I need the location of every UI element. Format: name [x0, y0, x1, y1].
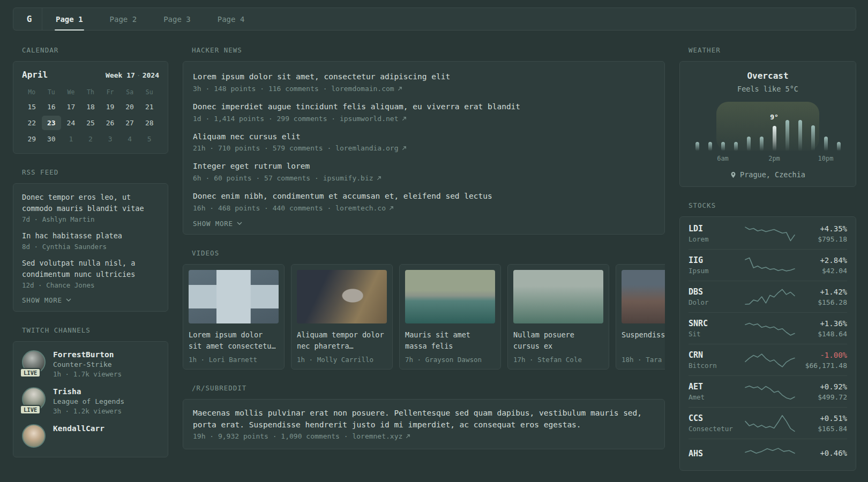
hacker-news-card: Lorem ipsum dolor sit amet, consectetur … [183, 61, 665, 235]
stock-row[interactable]: LDILorem +4.35%$795.18 [689, 218, 847, 249]
rss-item-meta: 8d · Cynthia Saunders [22, 243, 159, 251]
reddit-post[interactable]: Maecenas mollis pulvinar erat non posuer… [193, 408, 655, 441]
rss-item-title[interactable]: In hac habitasse platea [22, 230, 159, 242]
rss-item-meta: 12d · Chance Jones [22, 281, 159, 289]
hn-story[interactable]: Aliquam nec cursus elit 21h · 710 points… [193, 127, 655, 157]
stock-row[interactable]: SNRCSit +1.36%$148.64 [689, 312, 847, 344]
stock-price: $66,171.48 [795, 362, 847, 370]
weather-hourly-chart: 9° [691, 102, 845, 151]
time-label: 2pm [768, 155, 780, 162]
hn-story-meta[interactable]: 6h · 60 points · 57 comments · ipsumify.… [193, 174, 655, 182]
rss-item[interactable]: Sed volutpat nulla nisl, a condimentum n… [22, 258, 159, 289]
weather-bar [708, 142, 712, 151]
twitch-channel[interactable]: LIVE ForrestBurton Counter-Strike 1h · 1… [22, 350, 159, 378]
hn-story[interactable]: Donec enim nibh, condimentum et accumsan… [193, 186, 655, 216]
stock-row[interactable]: DBSDolor +1.42%$156.28 [689, 281, 847, 312]
twitch-card: LIVE ForrestBurton Counter-Strike 1h · 1… [13, 341, 168, 457]
calendar-day: 30 [42, 132, 62, 146]
hn-story[interactable]: Integer eget rutrum lorem 6h · 60 points… [193, 156, 655, 186]
calendar-day: 16 [42, 100, 62, 114]
video-title[interactable]: Aliquam tempor dolor nec pharetra… [297, 329, 387, 352]
video-meta: 7h · Grayson Dawson [405, 356, 495, 364]
stock-row[interactable]: IIGIpsum +2.84%$42.04 [689, 249, 847, 281]
hn-story-title[interactable]: Donec imperdiet augue tincidunt felis al… [193, 101, 655, 113]
hn-story-meta[interactable]: 21h · 710 points · 579 comments · loreml… [193, 144, 655, 152]
hn-story[interactable]: Donec imperdiet augue tincidunt felis al… [193, 97, 655, 127]
rss-item[interactable]: In hac habitasse platea 8d · Cynthia Sau… [22, 230, 159, 251]
tab-page-3[interactable]: Page 3 [158, 8, 197, 30]
hn-story-meta-text: 6h · 60 points · 57 comments · ipsumify.… [193, 174, 373, 182]
stock-name: Sit [689, 330, 745, 338]
stock-row[interactable]: AHS +0.46% [689, 439, 847, 469]
stock-name: Amet [689, 393, 745, 401]
calendar-section: CALENDAR April Week 17·2024 Mo Tu We Th … [13, 46, 168, 154]
video-card[interactable]: Mauris sit amet massa felis 7h · Grayson… [399, 264, 501, 370]
hn-story-title[interactable]: Lorem ipsum dolor sit amet, consectetur … [193, 71, 655, 83]
tab-page-2[interactable]: Page 2 [104, 8, 143, 30]
hn-story-meta[interactable]: 16h · 468 points · 440 comments · loremt… [193, 204, 655, 212]
stock-row[interactable]: CRNBitcorn -1.00%$66,171.48 [689, 344, 847, 375]
hn-story[interactable]: Lorem ipsum dolor sit amet, consectetur … [193, 67, 655, 97]
video-title[interactable]: Suspendisse diam [622, 329, 665, 352]
calendar-day: 26 [100, 116, 120, 130]
calendar-day: 20 [120, 100, 140, 114]
video-thumbnail[interactable] [622, 270, 665, 323]
stock-sparkline [745, 319, 795, 337]
hn-story-meta[interactable]: 1d · 1,414 points · 299 comments · ipsum… [193, 115, 655, 123]
channel-info: Trisha League of Legends 3h · 1.2k viewe… [53, 387, 124, 415]
tab-page-1[interactable]: Page 1 [50, 8, 89, 30]
channel-name[interactable]: Trisha [53, 387, 124, 396]
app-logo[interactable]: G [17, 8, 42, 30]
rss-item-title[interactable]: Donec tempor eros leo, ut commodo mauris… [22, 192, 159, 214]
hn-story-meta[interactable]: 3h · 148 points · 116 comments · loremdo… [193, 85, 655, 93]
video-thumbnail[interactable] [297, 270, 387, 323]
stock-sparkline [745, 224, 795, 243]
video-card[interactable]: Suspendisse diam 18h · Tara [616, 264, 665, 370]
hn-story-title[interactable]: Donec enim nibh, condimentum et accumsan… [193, 191, 655, 202]
stock-symbol: AHS [689, 449, 745, 458]
video-title[interactable]: Lorem ipsum dolor sit amet consectetu… [189, 329, 279, 352]
video-meta: 1h · Molly Carrillo [297, 356, 387, 364]
tab-page-4[interactable]: Page 4 [212, 8, 251, 30]
stock-row[interactable]: CCSConsectetur +0.51%$165.84 [689, 407, 847, 439]
weather-bar [721, 142, 725, 151]
calendar-day: 29 [22, 132, 42, 146]
location-pin-icon [730, 171, 736, 178]
dashboard-page: G Page 1 Page 2 Page 3 Page 4 CALENDAR A… [0, 0, 868, 482]
stock-row[interactable]: AETAmet +0.92%$499.72 [689, 375, 847, 407]
stock-name: Bitcorn [689, 362, 745, 370]
weekday-label: We [61, 86, 81, 98]
video-thumbnail[interactable] [513, 270, 603, 323]
video-card[interactable]: Aliquam tempor dolor nec pharetra… 1h · … [291, 264, 393, 370]
stock-price: $42.04 [795, 267, 847, 275]
hn-show-more-button[interactable]: SHOW MORE [193, 220, 655, 228]
reddit-post-title[interactable]: Maecenas mollis pulvinar erat non posuer… [193, 408, 655, 431]
calendar-month: April [22, 70, 48, 80]
video-title[interactable]: Nullam posuere cursus ex [513, 329, 603, 352]
reddit-post-meta[interactable]: 19h · 9,932 points · 1,090 comments · lo… [193, 432, 655, 440]
stocks-section: STOCKS LDILorem +4.35%$795.18 IIGIpsum +… [679, 201, 856, 471]
column-right: WEATHER Overcast Feels like 5°C 9° 6am2p… [679, 46, 856, 482]
subreddit-card: Maecenas mollis pulvinar erat non posuer… [183, 399, 665, 450]
channel-name[interactable]: ForrestBurton [53, 350, 122, 359]
twitch-channel[interactable]: KendallCarr [22, 424, 159, 448]
channel-viewers: 1h · 1.7k viewers [53, 370, 122, 378]
video-card[interactable]: Nullam posuere cursus ex 17h · Stefan Co… [507, 264, 609, 370]
video-thumbnail[interactable] [405, 270, 495, 323]
calendar-day: 28 [139, 116, 159, 130]
rss-item-title[interactable]: Sed volutpat nulla nisl, a condimentum n… [22, 258, 159, 280]
hn-story-title[interactable]: Integer eget rutrum lorem [193, 161, 655, 172]
video-title[interactable]: Mauris sit amet massa felis [405, 329, 495, 352]
calendar-day: 15 [22, 100, 42, 114]
video-thumbnail[interactable] [189, 270, 279, 323]
video-card[interactable]: Lorem ipsum dolor sit amet consectetu… 1… [183, 264, 285, 370]
stock-symbol: LDI [689, 224, 745, 234]
channel-name[interactable]: KendallCarr [53, 424, 104, 433]
stock-price: $148.64 [795, 330, 847, 338]
rss-show-more-button[interactable]: SHOW MORE [22, 296, 159, 304]
hn-story-title[interactable]: Aliquam nec cursus elit [193, 131, 655, 143]
hn-story-meta-text: 16h · 468 points · 440 comments · loremt… [193, 204, 386, 212]
rss-item[interactable]: Donec tempor eros leo, ut commodo mauris… [22, 192, 159, 223]
twitch-channel[interactable]: LIVE Trisha League of Legends 3h · 1.2k … [22, 387, 159, 415]
subreddit-header: /R/SUBREDDIT [183, 384, 665, 392]
